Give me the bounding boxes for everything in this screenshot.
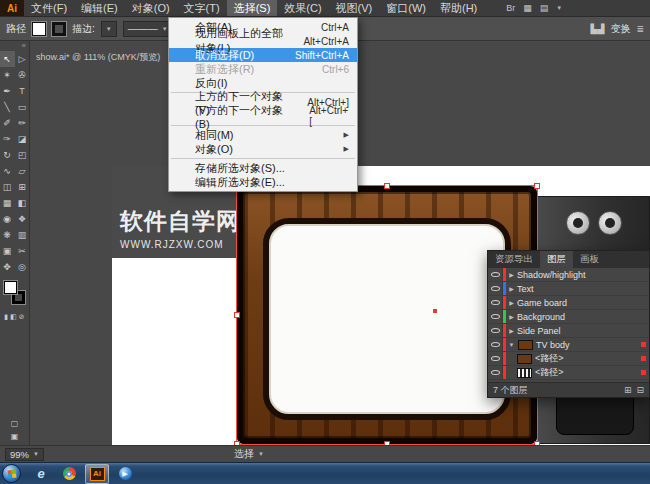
layer-name[interactable]: Background: [517, 312, 565, 322]
none-mode-icon[interactable]: ⊘: [19, 313, 25, 321]
line-segment-tool[interactable]: ╲: [0, 99, 15, 115]
expand-icon[interactable]: ▶: [506, 313, 517, 320]
layer-row[interactable]: ▶ Shadow/highlight: [488, 268, 649, 282]
layer-name[interactable]: <路径>: [535, 352, 564, 365]
symbol-sprayer-tool[interactable]: ❋: [0, 227, 15, 243]
layer-name[interactable]: Game board: [517, 298, 567, 308]
eraser-tool[interactable]: ◪: [15, 131, 30, 147]
lasso-tool[interactable]: ✇: [15, 67, 30, 83]
document-tab[interactable]: show.ai* @ 111% (CMYK/预览): [36, 51, 160, 64]
menu-window[interactable]: 窗口(W): [379, 0, 433, 16]
expand-icon[interactable]: ▶: [506, 299, 517, 306]
layer-row[interactable]: ▶ Text: [488, 282, 649, 296]
visibility-toggle[interactable]: [488, 282, 503, 295]
layer-row[interactable]: <路径>: [488, 366, 649, 380]
magic-wand-tool[interactable]: ✶: [0, 67, 15, 83]
visibility-toggle[interactable]: [488, 352, 503, 365]
layer-row[interactable]: ▼ TV body: [488, 338, 649, 352]
stroke-width-dropdown[interactable]: ▼: [101, 21, 117, 37]
expand-icon[interactable]: ▶: [506, 271, 517, 278]
tv-knob-1[interactable]: [566, 211, 590, 235]
selection-tool[interactable]: ↖: [0, 51, 15, 67]
menu-item-all-on-artboard[interactable]: 现用画板上的全部对象(L) Alt+Ctrl+A: [169, 34, 357, 48]
rectangle-tool[interactable]: ▭: [15, 99, 30, 115]
blend-tool[interactable]: ❖: [15, 211, 30, 227]
menu-item-edit-selection[interactable]: 编辑所选对象(E)...: [169, 175, 357, 189]
layer-row[interactable]: ▶ Background: [488, 310, 649, 324]
start-button[interactable]: [2, 464, 21, 483]
selection-handle[interactable]: [534, 183, 540, 189]
visibility-toggle[interactable]: [488, 366, 503, 379]
internet-explorer-taskbar-icon[interactable]: e: [29, 464, 53, 484]
pencil-tool[interactable]: ✏: [15, 115, 30, 131]
workspace-switcher-icon[interactable]: ▤: [540, 3, 549, 13]
menu-item-save-selection[interactable]: 存储所选对象(S)...: [169, 161, 357, 175]
tv-screen[interactable]: [263, 218, 511, 420]
fill-color-swatch[interactable]: [32, 22, 46, 36]
scale-tool[interactable]: ◰: [15, 147, 30, 163]
screen-mode-icon[interactable]: ▣: [11, 432, 19, 441]
visibility-toggle[interactable]: [488, 268, 503, 281]
visibility-toggle[interactable]: [488, 338, 503, 351]
new-layer-icon[interactable]: ⊞: [624, 385, 632, 395]
gradient-tool[interactable]: ◧: [15, 195, 30, 211]
delete-layer-icon[interactable]: ⊟: [636, 385, 644, 395]
visibility-toggle[interactable]: [488, 296, 503, 309]
slice-tool[interactable]: ✂: [15, 243, 30, 259]
hand-tool[interactable]: ✥: [0, 259, 15, 275]
chrome-taskbar-icon[interactable]: [57, 464, 81, 484]
menu-item-same[interactable]: 相同(M) ▶: [169, 128, 357, 142]
pen-tool[interactable]: ✒: [0, 83, 15, 99]
rotate-tool[interactable]: ↻: [0, 147, 15, 163]
transform-label[interactable]: 变换: [610, 22, 630, 36]
zoom-tool[interactable]: ◎: [15, 259, 30, 275]
layer-row[interactable]: <路径>: [488, 352, 649, 366]
tab-asset-export[interactable]: 资源导出: [488, 251, 540, 268]
color-mode-icon[interactable]: ▮: [4, 313, 8, 321]
layer-name[interactable]: Shadow/highlight: [517, 270, 586, 280]
layer-name[interactable]: Side Panel: [517, 326, 561, 336]
layer-name[interactable]: TV body: [536, 340, 570, 350]
menu-select[interactable]: 选择(S): [227, 0, 278, 16]
menu-item-next-object-below[interactable]: 下方的下一个对象(B) Alt+Ctrl+[: [169, 109, 357, 123]
blob-brush-tool[interactable]: ✑: [0, 131, 15, 147]
layer-row[interactable]: ▶ Game board: [488, 296, 649, 310]
tab-layers[interactable]: 图层: [540, 251, 573, 268]
type-tool[interactable]: T: [15, 83, 30, 99]
align-icons[interactable]: ▙▟: [591, 24, 605, 34]
illustrator-taskbar-icon[interactable]: Ai: [85, 464, 109, 484]
expand-icon[interactable]: ▶: [506, 327, 517, 334]
chevron-down-icon[interactable]: ▼: [556, 5, 562, 11]
perspective-grid-tool[interactable]: ⊞: [15, 179, 30, 195]
stroke-color-swatch[interactable]: [52, 22, 66, 36]
menu-edit[interactable]: 编辑(E): [74, 0, 125, 16]
eyedropper-tool[interactable]: ◉: [0, 211, 15, 227]
tv-knob-2[interactable]: [598, 211, 622, 235]
tab-artboards[interactable]: 画板: [573, 251, 606, 268]
arrange-documents-icon[interactable]: ▦: [523, 3, 532, 13]
gradient-mode-icon[interactable]: ◧: [10, 313, 17, 321]
menu-effect[interactable]: 效果(C): [277, 0, 328, 16]
layer-row[interactable]: ▶ Side Panel: [488, 324, 649, 338]
menu-item-object[interactable]: 对象(O) ▶: [169, 142, 357, 156]
paintbrush-tool[interactable]: ✐: [0, 115, 15, 131]
menu-file[interactable]: 文件(F): [24, 0, 74, 16]
menu-help[interactable]: 帮助(H): [433, 0, 484, 16]
selection-handle[interactable]: [234, 312, 240, 318]
menu-view[interactable]: 视图(V): [329, 0, 380, 16]
collapse-icon[interactable]: ▼: [506, 342, 517, 348]
media-player-taskbar-icon[interactable]: ▶: [113, 464, 137, 484]
visibility-toggle[interactable]: [488, 310, 503, 323]
shape-builder-tool[interactable]: ◫: [0, 179, 15, 195]
selection-handle[interactable]: [384, 183, 390, 189]
width-tool[interactable]: ∿: [0, 163, 15, 179]
mesh-tool[interactable]: ▦: [0, 195, 15, 211]
artboard-tool[interactable]: ▣: [0, 243, 15, 259]
visibility-toggle[interactable]: [488, 324, 503, 337]
direct-selection-tool[interactable]: ▷: [15, 51, 30, 67]
menu-object[interactable]: 对象(O): [125, 0, 177, 16]
drawing-modes-icon[interactable]: ▢: [11, 419, 19, 428]
column-graph-tool[interactable]: ▥: [15, 227, 30, 243]
bridge-icon[interactable]: Br: [506, 3, 515, 13]
brush-definition-dropdown[interactable]: ———▼: [123, 21, 173, 37]
